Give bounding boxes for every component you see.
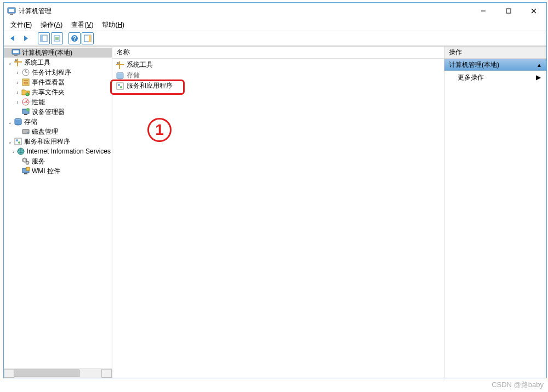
svg-rect-36 — [24, 114, 27, 115]
tree-task-scheduler[interactable]: › 任务计划程序 — [4, 67, 112, 77]
services-apps-icon — [14, 137, 22, 146]
collapse-arrow-icon: ▲ — [536, 62, 542, 68]
svg-point-50 — [27, 162, 28, 163]
expand-toggle[interactable]: › — [14, 79, 21, 86]
tree-label: WMI 控件 — [32, 167, 60, 176]
menu-view[interactable]: 查看(V) — [68, 20, 96, 30]
svg-rect-23 — [14, 61, 22, 63]
svg-point-42 — [16, 139, 18, 141]
performance-icon — [21, 98, 30, 106]
watermark: CSDN @路baby — [492, 380, 544, 390]
list-item-label: 系统工具 — [127, 60, 153, 70]
svg-rect-2 — [10, 14, 13, 15]
annotation-highlight-box — [110, 79, 185, 95]
svg-point-43 — [18, 141, 20, 144]
menubar: 文件(F) 操作(A) 查看(V) 帮助(H) — [4, 19, 546, 31]
tools-icon — [116, 61, 124, 70]
tree-disk-management[interactable]: 磁盘管理 — [4, 127, 112, 137]
scrollbar-thumb[interactable] — [14, 370, 79, 377]
close-button[interactable] — [521, 3, 546, 19]
body: 计算机管理(本地) ⌄ 系统工具 › 任务计划程序 — [4, 46, 546, 378]
svg-point-37 — [26, 108, 30, 111]
tree-system-tools[interactable]: ⌄ 系统工具 — [4, 58, 112, 67]
svg-rect-18 — [89, 35, 91, 42]
svg-text:?: ? — [73, 36, 76, 42]
expand-toggle[interactable]: › — [14, 89, 21, 95]
storage-icon — [116, 71, 124, 80]
tree-label: Internet Information Services — [27, 147, 111, 155]
tree-view[interactable]: 计算机管理(本地) ⌄ 系统工具 › 任务计划程序 — [4, 47, 112, 368]
actions-header: 操作 — [444, 47, 546, 59]
menu-file[interactable]: 文件(F) — [7, 20, 35, 30]
menu-help[interactable]: 帮助(H) — [99, 20, 128, 30]
tree-services-apps[interactable]: ⌄ 服务和应用程序 — [4, 137, 112, 146]
tree-iis[interactable]: › Internet Information Services — [4, 146, 112, 156]
back-button[interactable] — [7, 32, 19, 44]
tree-storage[interactable]: ⌄ 存储 — [4, 117, 112, 127]
actions-more[interactable]: 更多操作 ▶ — [444, 71, 546, 84]
tree-event-viewer[interactable]: › 事件查看器 — [4, 77, 112, 87]
tree-label: 共享文件夹 — [32, 88, 65, 97]
tree-label: 事件查看器 — [32, 78, 65, 87]
svg-rect-4 — [506, 9, 511, 13]
expand-toggle[interactable]: › — [14, 70, 21, 76]
svg-rect-53 — [26, 167, 30, 171]
tree-device-manager[interactable]: 设备管理器 — [4, 107, 112, 117]
actions-context-label: 计算机管理(本地) — [449, 60, 499, 70]
tree-label: 系统工具 — [24, 58, 50, 67]
properties-button[interactable] — [51, 32, 63, 44]
device-manager-icon — [21, 107, 30, 116]
svg-point-32 — [26, 93, 29, 96]
tree-label: 存储 — [24, 117, 37, 127]
menu-action[interactable]: 操作(A) — [37, 20, 66, 30]
svg-point-24 — [15, 59, 17, 61]
show-hide-tree-button[interactable] — [38, 32, 50, 44]
expand-toggle[interactable]: › — [11, 149, 16, 155]
help-button[interactable]: ? — [68, 32, 81, 44]
actions-context[interactable]: 计算机管理(本地) ▲ — [444, 59, 546, 71]
collapse-toggle[interactable]: ⌄ — [6, 139, 14, 145]
annotation-number: 1 — [155, 121, 164, 139]
list-item-system-tools[interactable]: 系统工具 — [112, 60, 444, 70]
tree-shared-folders[interactable]: › 共享文件夹 — [4, 87, 112, 97]
annotation-marker: 1 — [147, 118, 172, 142]
tools-icon — [14, 58, 22, 67]
tree-horizontal-scrollbar[interactable] — [4, 368, 112, 378]
svg-point-56 — [117, 62, 119, 64]
show-hide-actions-button[interactable] — [82, 32, 94, 44]
svg-rect-20 — [13, 50, 19, 53]
tree-label: 任务计划程序 — [32, 68, 71, 77]
maximize-button[interactable] — [496, 3, 521, 19]
list-column-header[interactable]: 名称 — [112, 47, 444, 59]
svg-point-40 — [27, 132, 28, 133]
tree-label: 服务 — [32, 157, 45, 166]
svg-rect-55 — [116, 64, 124, 65]
svg-point-48 — [24, 160, 26, 161]
tree-label: 磁盘管理 — [32, 127, 58, 137]
toolbar: ? — [4, 31, 546, 46]
minimize-button[interactable] — [471, 3, 496, 19]
gears-icon — [21, 157, 30, 166]
tree-wmi[interactable]: WMI 控件 — [4, 166, 112, 176]
storage-icon — [14, 117, 22, 126]
shared-folder-icon — [21, 88, 30, 96]
tree-pane: 计算机管理(本地) ⌄ 系统工具 › 任务计划程序 — [4, 47, 112, 378]
actions-more-label: 更多操作 — [458, 73, 484, 82]
event-icon — [21, 78, 30, 87]
tree-services[interactable]: 服务 — [4, 156, 112, 166]
tree-label: 服务和应用程序 — [24, 137, 70, 146]
list-pane: 名称 系统工具 存储 — [112, 47, 444, 378]
disk-icon — [21, 127, 30, 136]
chevron-right-icon: ▶ — [536, 73, 541, 81]
tree-performance[interactable]: › 性能 — [4, 97, 112, 107]
app-icon — [7, 7, 16, 15]
list-item-label: 存储 — [127, 71, 140, 80]
expand-toggle[interactable]: › — [14, 99, 21, 105]
tree-root[interactable]: 计算机管理(本地) — [4, 48, 112, 58]
collapse-toggle[interactable]: ⌄ — [6, 119, 14, 125]
forward-button[interactable] — [20, 32, 32, 44]
tree-label: 计算机管理(本地) — [22, 48, 72, 58]
svg-rect-52 — [24, 173, 27, 174]
collapse-toggle[interactable]: ⌄ — [6, 60, 14, 66]
computer-icon — [12, 48, 20, 57]
